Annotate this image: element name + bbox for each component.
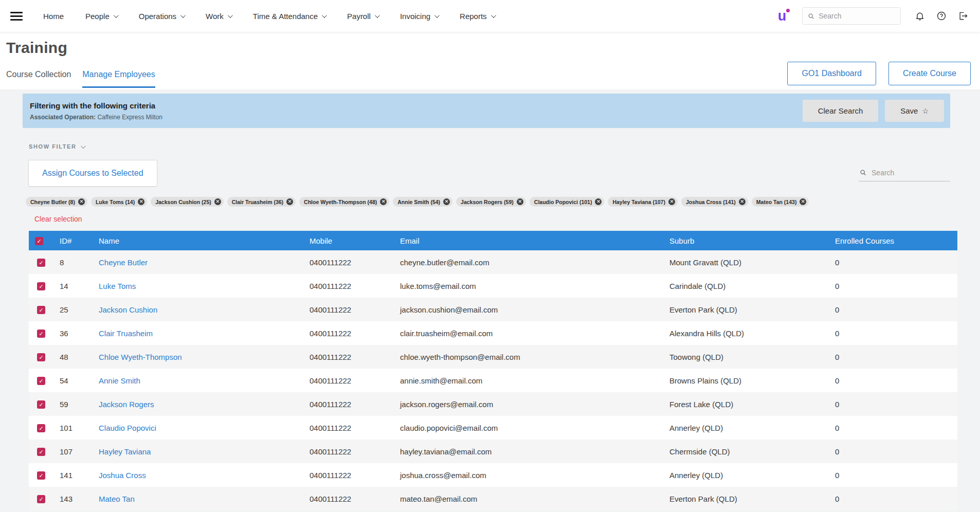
employee-name-link[interactable]: Clair Truasheim bbox=[99, 329, 153, 338]
cell-email: claudio.popovici@email.com bbox=[394, 416, 663, 440]
tab-manage-employees[interactable]: Manage Employees bbox=[82, 64, 155, 88]
col-header-id[interactable]: ID# bbox=[53, 231, 93, 250]
brand-logo[interactable]: u bbox=[775, 9, 789, 23]
cell-enrolled-courses: 0 bbox=[829, 274, 957, 298]
select-all-checkbox[interactable]: ✓ bbox=[35, 237, 43, 245]
table-row: ✓ 143 Mateo Tan 0400111222 mateo.tan@ema… bbox=[29, 487, 957, 510]
row-checkbox[interactable]: ✓ bbox=[37, 259, 45, 267]
employee-name-link[interactable]: Cheyne Butler bbox=[99, 258, 148, 267]
row-checkbox[interactable]: ✓ bbox=[37, 495, 45, 503]
logout-icon[interactable] bbox=[957, 10, 969, 22]
nav-item-time-attendance[interactable]: Time & Attendance bbox=[253, 12, 325, 21]
cell-enrolled-courses: 0 bbox=[829, 440, 957, 463]
cell-name: Chloe Wyeth-Thompson bbox=[93, 345, 303, 369]
remove-chip-icon[interactable]: ✕ bbox=[517, 198, 523, 205]
employee-name-link[interactable]: Chloe Wyeth-Thompson bbox=[99, 353, 182, 361]
cell-email: jackson.rogers@email.com bbox=[394, 392, 663, 416]
cell-enrolled-courses: 0 bbox=[829, 321, 957, 345]
cell-email: cheyne.butler@email.com bbox=[394, 250, 663, 274]
employee-name-link[interactable]: Luke Toms bbox=[99, 282, 136, 290]
employee-name-link[interactable]: Jackson Cushion bbox=[99, 305, 157, 314]
remove-chip-icon[interactable]: ✕ bbox=[380, 198, 387, 205]
remove-chip-icon[interactable]: ✕ bbox=[595, 198, 602, 205]
employee-name-link[interactable]: Mateo Tan bbox=[99, 495, 135, 503]
remove-chip-icon[interactable]: ✕ bbox=[668, 198, 675, 205]
help-icon[interactable] bbox=[936, 10, 947, 22]
remove-chip-icon[interactable]: ✕ bbox=[138, 198, 144, 205]
row-checkbox[interactable]: ✓ bbox=[37, 471, 45, 480]
create-course-button[interactable]: Create Course bbox=[888, 62, 971, 85]
row-checkbox[interactable]: ✓ bbox=[37, 282, 45, 290]
go1-dashboard-button[interactable]: GO1 Dashboard bbox=[787, 62, 876, 85]
cell-suburb: Annerley (QLD) bbox=[663, 416, 829, 440]
cell-mobile: 0400111222 bbox=[303, 440, 394, 463]
table-row: ✓ 8 Cheyne Butler 0400111222 cheyne.butl… bbox=[29, 250, 957, 274]
cell-enrolled-courses: 0 bbox=[829, 369, 957, 392]
cell-suburb: Chermside (QLD) bbox=[663, 440, 829, 463]
remove-chip-icon[interactable]: ✕ bbox=[286, 198, 293, 205]
employee-name-link[interactable]: Annie Smith bbox=[99, 376, 140, 385]
cell-email: hayley.taviana@email.com bbox=[394, 440, 663, 463]
cell-enrolled-courses: 0 bbox=[829, 487, 957, 510]
employee-name-link[interactable]: Hayley Taviana bbox=[99, 447, 151, 456]
global-search[interactable] bbox=[802, 7, 901, 25]
col-header-mobile[interactable]: Mobile bbox=[303, 231, 394, 250]
cell-suburb: Toowong (QLD) bbox=[663, 345, 829, 369]
cell-name: Joshua Cross bbox=[93, 463, 303, 487]
employee-chip-cheyne-butler-8: Cheyne Butler (8) ✕ bbox=[26, 197, 87, 207]
cell-name: Luke Toms bbox=[93, 274, 303, 298]
content-area: Filtering with the following criteria As… bbox=[0, 89, 980, 512]
remove-chip-icon[interactable]: ✕ bbox=[739, 198, 746, 205]
cell-email: annie.smith@email.com bbox=[394, 369, 663, 392]
employee-name-link[interactable]: Jackson Rogers bbox=[99, 400, 154, 409]
nav-item-people[interactable]: People bbox=[85, 12, 117, 21]
nav-item-invoicing[interactable]: Invoicing bbox=[400, 12, 438, 21]
table-search[interactable] bbox=[859, 166, 950, 181]
row-checkbox[interactable]: ✓ bbox=[37, 353, 45, 361]
col-header-name[interactable]: Name bbox=[93, 231, 303, 250]
col-header-suburb[interactable]: Suburb bbox=[663, 231, 829, 250]
row-checkbox[interactable]: ✓ bbox=[37, 448, 45, 456]
row-checkbox[interactable]: ✓ bbox=[37, 400, 45, 409]
nav-item-operations[interactable]: Operations bbox=[139, 12, 184, 21]
remove-chip-icon[interactable]: ✕ bbox=[443, 198, 450, 205]
chevron-down-icon bbox=[434, 13, 440, 18]
cell-id: 48 bbox=[53, 345, 93, 369]
global-search-input[interactable] bbox=[819, 12, 895, 20]
col-header-enrolled-courses[interactable]: Enrolled Courses bbox=[829, 231, 957, 250]
page-title: Training bbox=[6, 39, 974, 57]
remove-chip-icon[interactable]: ✕ bbox=[214, 198, 221, 205]
save-filter-button[interactable]: Save ☆ bbox=[885, 100, 944, 122]
nav-item-home[interactable]: Home bbox=[43, 12, 64, 21]
col-header-email[interactable]: Email bbox=[394, 231, 663, 250]
cell-email: luke.toms@email.com bbox=[394, 274, 663, 298]
nav-item-work[interactable]: Work bbox=[206, 12, 231, 21]
show-filter-toggle[interactable]: SHOW FILTER bbox=[29, 143, 84, 150]
row-checkbox[interactable]: ✓ bbox=[37, 330, 45, 338]
cell-enrolled-courses: 0 bbox=[829, 298, 957, 321]
assign-courses-button[interactable]: Assign Courses to Selected bbox=[28, 160, 157, 187]
clear-search-button[interactable]: Clear Search bbox=[803, 100, 879, 122]
hamburger-menu-icon[interactable] bbox=[10, 10, 23, 23]
cell-name: Cheyne Butler bbox=[93, 250, 303, 274]
selected-employee-chips: Cheyne Butler (8) ✕ Luke Toms (14) ✕ Jac… bbox=[26, 197, 950, 207]
remove-chip-icon[interactable]: ✕ bbox=[78, 198, 85, 205]
cell-enrolled-courses: 0 bbox=[829, 463, 957, 487]
employee-chip-jackson-cushion-25: Jackson Cushion (25) ✕ bbox=[151, 197, 224, 207]
employee-name-link[interactable]: Joshua Cross bbox=[99, 471, 146, 480]
nav-item-payroll[interactable]: Payroll bbox=[347, 12, 378, 21]
table-search-input[interactable] bbox=[872, 169, 949, 177]
search-icon bbox=[808, 12, 814, 20]
employee-name-link[interactable]: Claudio Popovici bbox=[99, 424, 156, 432]
tab-course-collection[interactable]: Course Collection bbox=[6, 64, 71, 88]
clear-selection-link[interactable]: Clear selection bbox=[34, 215, 82, 223]
bell-icon[interactable] bbox=[914, 10, 925, 22]
employee-chip-claudio-popovici-101: Claudio Popovici (101) ✕ bbox=[530, 197, 605, 207]
employees-table: ✓ ID# Name Mobile Email Suburb Enrolled … bbox=[29, 231, 957, 510]
cell-email: clair.truasheim@email.com bbox=[394, 321, 663, 345]
nav-item-reports[interactable]: Reports bbox=[460, 12, 495, 21]
remove-chip-icon[interactable]: ✕ bbox=[800, 198, 806, 205]
row-checkbox[interactable]: ✓ bbox=[37, 424, 45, 432]
row-checkbox[interactable]: ✓ bbox=[37, 377, 45, 385]
row-checkbox[interactable]: ✓ bbox=[37, 306, 45, 314]
